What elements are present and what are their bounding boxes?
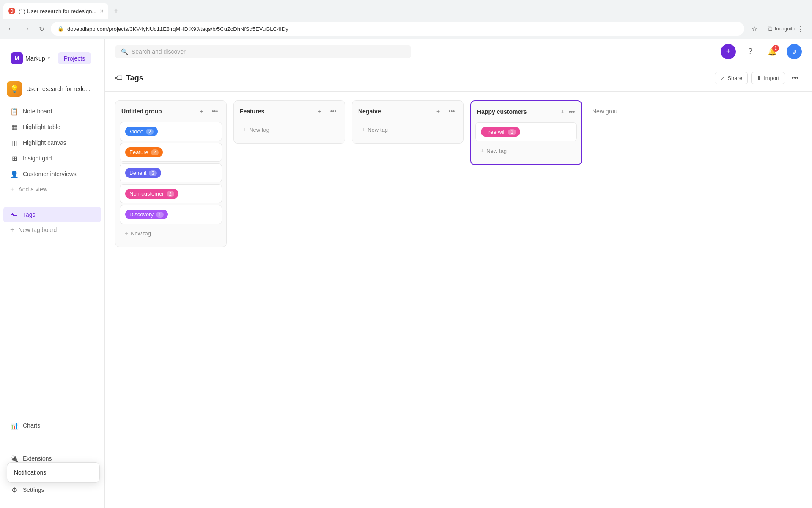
sidebar-item-highlight-table[interactable]: ▦ Highlight table [3,119,101,135]
new-tag-label-features: New tag [249,127,269,133]
active-tab[interactable]: D (1) User research for redesign... × [3,3,108,19]
tag-card-feature[interactable]: Feature 2 [120,143,222,162]
sidebar-item-settings[interactable]: ⚙ Settings [3,482,101,497]
tab-title: (1) User research for redesign... [19,8,96,14]
sidebar-bottom: 📊 Charts 🔌 Extensions 🔔 Notifications › … [0,417,104,501]
tag-card-non-customer[interactable]: Non-customer 2 [120,184,222,203]
tag-count-free-will: 1 [508,129,516,135]
new-tag-icon-features: + [243,126,247,133]
sidebar-item-customer-interviews[interactable]: 👤 Customer interviews [3,166,101,182]
page-header: 🏷 Tags ↗ Share ⬇ Import ••• [105,64,812,92]
top-bar: M Markup ▾ Projects [0,46,104,71]
new-tab-button[interactable]: + [110,5,122,17]
tag-card-discovery[interactable]: Discovery 1 [120,205,222,224]
import-label: Import [764,75,779,81]
tag-label-benefit: Benefit [129,170,146,176]
highlight-canvas-icon: ◫ [10,138,19,147]
profile-button[interactable]: Incognito [778,22,792,36]
import-button[interactable]: ⬇ Import [751,72,785,84]
search-icon: 🔍 [121,48,128,55]
tag-count-non-customer: 2 [167,191,174,197]
column-menu-button-features[interactable]: ••• [328,106,339,117]
tag-label-video: Video [129,128,143,135]
new-tag-button-negaive[interactable]: + New tag [357,122,459,137]
tag-pill-video: Video 2 [125,127,158,136]
page-title: Tags [126,74,143,83]
new-tag-button-happy-customers[interactable]: + New tag [475,143,577,158]
header-actions: ↗ Share ⬇ Import ••• [715,71,802,85]
search-area[interactable]: 🔍 Search and discover [115,45,411,58]
sidebar-item-tags[interactable]: 🏷 Tags [3,207,101,222]
sidebar-label-customer-interviews: Customer interviews [23,171,94,177]
column-add-button-untitled[interactable]: + [196,106,207,117]
tag-pill-discovery: Discovery 1 [125,210,168,219]
column-header-negaive: Negaive + ••• [352,101,463,122]
bookmark-button[interactable]: ☆ [748,22,761,36]
sidebar-item-note-board[interactable]: 📋 Note board [3,104,101,119]
column-menu-button-happy-customers[interactable]: ••• [568,106,575,117]
sidebar-item-highlight-canvas[interactable]: ◫ Highlight canvas [3,135,101,150]
main-topbar: 🔍 Search and discover + ? 🔔 1 J [105,39,812,64]
column-title-input-happy-customers[interactable]: Happy customers [477,108,557,115]
projects-nav-button[interactable]: Projects [58,52,91,64]
new-tag-button-untitled[interactable]: + New tag [120,226,222,241]
tag-card-benefit[interactable]: Benefit 2 [120,163,222,182]
sidebar-label-note-board: Note board [23,108,94,115]
header-more-button[interactable]: ••• [788,71,802,85]
main-content: 🔍 Search and discover + ? 🔔 1 J 🏷 Tags ↗ [105,39,812,508]
new-tag-button-features[interactable]: + New tag [238,122,340,137]
tag-card-free-will[interactable]: Free will 1 [475,122,577,141]
workspace-name: Markup [25,55,45,62]
forward-button[interactable]: → [20,23,32,35]
tag-pill-benefit: Benefit 2 [125,168,161,178]
sidebar-label-settings: Settings [23,486,94,493]
new-tag-label-negaive: New tag [368,127,388,133]
column-add-button-features[interactable]: + [314,106,325,117]
tag-pill-feature: Feature 2 [125,147,163,157]
sidebar-label-highlight-canvas: Highlight canvas [23,139,94,146]
new-tag-board-label: New tag board [18,226,57,233]
new-tag-board-button[interactable]: + New tag board [3,223,101,237]
browser-more-button[interactable]: ⋮ [793,22,807,36]
column-add-button-negaive[interactable]: + [433,106,444,117]
notifications-button[interactable]: 🔔 1 [765,44,780,59]
column-negaive: Negaive + ••• + New tag [352,100,464,144]
share-button[interactable]: ↗ Share [715,72,748,84]
new-group-button[interactable]: New grou... [589,105,626,118]
add-button[interactable]: + [721,44,736,59]
tab-favicon: D [8,8,15,14]
search-box[interactable]: 🔍 Search and discover [115,45,411,58]
sidebar-label-charts: Charts [23,422,94,429]
share-label: Share [727,75,742,81]
tab-close-button[interactable]: × [100,8,103,14]
import-icon: ⬇ [757,75,761,81]
user-avatar[interactable]: J [787,44,802,59]
sidebar-label-extensions: Extensions [23,455,94,462]
notification-badge: 1 [772,45,779,52]
column-add-button-happy-customers[interactable]: + [559,106,566,117]
tag-count-feature: 2 [151,149,159,155]
url-bar[interactable]: 🔒 dovetailapp.com/projects/3KV4yNUq11E8l… [51,22,744,36]
back-button[interactable]: ← [5,23,17,35]
tag-count-video: 2 [146,129,154,135]
browser-chrome: D (1) User research for redesign... × + … [0,0,812,39]
workspace-button[interactable]: M Markup ▾ [7,50,55,67]
tag-label-free-will: Free will [485,129,505,135]
new-tag-icon-happy-customers: + [480,147,484,154]
tag-card-video[interactable]: Video 2 ••• [120,122,222,141]
settings-icon: ⚙ [10,486,19,494]
column-menu-button-untitled[interactable]: ••• [209,106,220,117]
column-menu-button-negaive[interactable]: ••• [446,106,457,117]
help-button[interactable]: ? [743,44,758,59]
project-icon: 💡 [7,81,22,97]
sidebar-item-insight-grid[interactable]: ⊞ Insight grid [3,151,101,166]
tag-count-discovery: 1 [156,212,164,218]
tag-label-non-customer: Non-customer [129,190,164,197]
tag-label-feature: Feature [129,149,148,155]
sidebar-item-charts[interactable]: 📊 Charts [3,418,101,433]
column-untitled-group: Untitled group + ••• Video 2 ••• [115,100,227,247]
column-title-untitled: Untitled group [121,108,193,115]
add-view-label: Add a view [18,186,47,193]
refresh-button[interactable]: ↻ [36,23,47,35]
add-view-button[interactable]: + Add a view [3,182,101,196]
